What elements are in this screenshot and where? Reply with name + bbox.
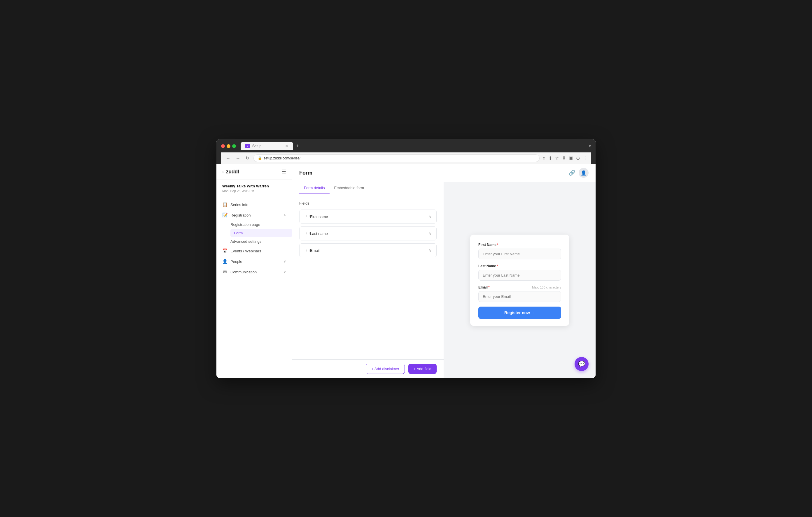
user-avatar-button[interactable]: 👤 (579, 168, 588, 178)
toolbar-actions: ⌕ ⬆ ☆ ⬇ ▣ ⊙ ⋮ (543, 155, 587, 161)
lock-icon: 🔒 (258, 156, 262, 160)
sidebar-item-series-info[interactable]: 📋 Series info (216, 199, 292, 210)
form-footer: + Add disclaimer + Add field (292, 359, 444, 378)
bookmark-icon[interactable]: ☆ (555, 155, 559, 161)
first-name-input[interactable] (478, 249, 561, 260)
browser-tabs: Z Setup ✕ + ▾ (241, 142, 591, 150)
tab-close-button[interactable]: ✕ (285, 144, 288, 148)
sidebar-item-communication[interactable]: ✉ Communication ∨ (216, 267, 292, 277)
form-tabs: Form details Embeddable form (292, 182, 444, 194)
close-traffic-light[interactable] (221, 144, 225, 148)
tab-title: Setup (252, 144, 261, 148)
sidebar-item-registration[interactable]: 📝 Registration ∧ (216, 210, 292, 220)
events-icon: 📅 (222, 248, 228, 253)
field-item-first-name[interactable]: First name ∨ (299, 210, 437, 223)
series-date: Mon, Sep 25, 3:05 PM (222, 189, 286, 193)
hamburger-icon[interactable]: ☰ (282, 169, 286, 175)
preview-panel: First Name* Last Name* E (444, 182, 596, 378)
last-name-input[interactable] (478, 270, 561, 281)
traffic-lights (221, 144, 236, 148)
series-info-icon: 📋 (222, 202, 228, 207)
content-area: Form details Embeddable form Fields Firs… (292, 182, 596, 378)
chat-icon: 💬 (578, 361, 585, 367)
main-content: Form 🔗 👤 Form details Embeddable form (292, 164, 596, 378)
tab-embeddable-form[interactable]: Embeddable form (329, 182, 369, 194)
extensions-icon[interactable]: ▣ (569, 155, 573, 161)
add-field-button[interactable]: + Add field (408, 364, 437, 374)
add-disclaimer-button[interactable]: + Add disclaimer (366, 364, 405, 374)
logo-area: ‹ zuddl (222, 169, 239, 175)
tab-form-details[interactable]: Form details (299, 182, 329, 194)
field-chevron-icon: ∨ (429, 214, 432, 219)
back-button[interactable]: ← (225, 154, 232, 162)
chevron-down-icon: ∨ (284, 260, 286, 264)
browser-chrome: Z Setup ✕ + ▾ ← → ↻ 🔒 setup.zuddl.com/se… (216, 139, 596, 164)
drag-handle-icon (304, 214, 310, 219)
sidebar-item-people[interactable]: 👤 People ∨ (216, 256, 292, 267)
required-star: * (497, 264, 498, 268)
sidebar: ‹ zuddl ☰ Weekly Talks With Warren Mon, … (216, 164, 292, 378)
sidebar-item-form[interactable]: Form (230, 229, 292, 237)
minimize-traffic-light[interactable] (227, 144, 230, 148)
sidebar-item-registration-page[interactable]: Registration page (230, 220, 292, 229)
chat-bubble-button[interactable]: 💬 (575, 357, 588, 371)
browser-window: Z Setup ✕ + ▾ ← → ↻ 🔒 setup.zuddl.com/se… (216, 139, 596, 378)
sidebar-item-label: People (230, 260, 281, 264)
field-name-label: Last name (310, 232, 429, 236)
fields-label: Fields (299, 201, 437, 206)
sidebar-back-button[interactable]: ‹ (222, 169, 224, 174)
logo: zuddl (226, 169, 239, 175)
header-actions: 🔗 👤 (569, 168, 588, 178)
profile-icon[interactable]: ⊙ (576, 155, 580, 161)
chevron-up-icon: ∧ (284, 213, 286, 217)
menu-icon[interactable]: ⋮ (583, 155, 587, 161)
first-name-field-group: First Name* (478, 243, 561, 260)
field-item-email[interactable]: Email ∨ (299, 243, 437, 257)
new-tab-button[interactable]: + (294, 143, 301, 149)
communication-icon: ✉ (222, 269, 228, 275)
last-name-field-group: Last Name* (478, 264, 561, 281)
app-layout: ‹ zuddl ☰ Weekly Talks With Warren Mon, … (216, 164, 596, 378)
maximize-traffic-light[interactable] (232, 144, 236, 148)
browser-titlebar: Z Setup ✕ + ▾ (221, 142, 591, 150)
registration-icon: 📝 (222, 212, 228, 218)
max-chars-label: Max. 150 characters (532, 285, 561, 289)
download-icon[interactable]: ⬇ (562, 155, 566, 161)
sidebar-item-label: Communication (230, 270, 281, 274)
drag-handle-icon (304, 231, 310, 236)
address-bar[interactable]: 🔒 setup.zuddl.com/series/ (254, 154, 540, 162)
page-header: Form 🔗 👤 (292, 164, 596, 182)
sidebar-header: ‹ zuddl ☰ (216, 164, 292, 180)
first-name-label: First Name* (478, 243, 561, 247)
field-name-label: First name (310, 214, 429, 219)
series-title: Weekly Talks With Warren (222, 184, 286, 188)
sidebar-item-label: Series info (230, 203, 286, 207)
link-icon[interactable]: 🔗 (569, 170, 575, 176)
required-star: * (488, 285, 490, 290)
chevron-down-icon: ∨ (284, 270, 286, 274)
share-icon[interactable]: ⬆ (548, 155, 552, 161)
register-now-button[interactable]: Register now → (478, 307, 561, 319)
search-icon[interactable]: ⌕ (543, 155, 545, 161)
forward-button[interactable]: → (234, 154, 241, 162)
url-text: setup.zuddl.com/series/ (264, 156, 300, 160)
sidebar-item-advanced-settings[interactable]: Advanced settings (230, 237, 292, 246)
email-input[interactable] (478, 291, 561, 302)
field-chevron-icon: ∨ (429, 231, 432, 236)
nav-section: 📋 Series info 📝 Registration ∧ Registrat… (216, 197, 292, 279)
form-panel: Form details Embeddable form Fields Firs… (292, 182, 444, 378)
field-chevron-icon: ∨ (429, 248, 432, 253)
drag-handle-icon (304, 248, 310, 253)
active-tab[interactable]: Z Setup ✕ (241, 142, 293, 150)
tab-favicon: Z (245, 144, 250, 148)
form-body: Fields First name ∨ Last name ∨ (292, 194, 444, 359)
sidebar-item-events-webinars[interactable]: 📅 Events / Webinars (216, 246, 292, 256)
field-item-last-name[interactable]: Last name ∨ (299, 226, 437, 240)
required-star: * (497, 243, 498, 247)
email-field-group: Email* Max. 150 characters (478, 285, 561, 302)
refresh-button[interactable]: ↻ (244, 154, 251, 162)
sidebar-item-label: Events / Webinars (230, 249, 286, 253)
browser-toolbar: ← → ↻ 🔒 setup.zuddl.com/series/ ⌕ ⬆ ☆ ⬇ … (221, 152, 591, 164)
page-title: Form (299, 170, 312, 176)
registration-card: First Name* Last Name* E (470, 235, 569, 326)
